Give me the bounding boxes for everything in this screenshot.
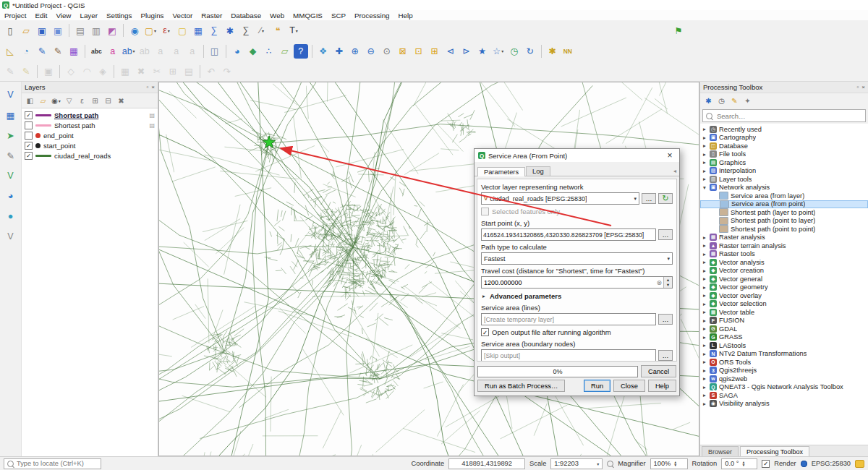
save-project-as-icon[interactable]: ▣ (51, 23, 65, 38)
toolbox-tree-item-raster-tools[interactable]: ▸▦Raster tools (700, 250, 868, 259)
label-single-icon[interactable]: a (106, 44, 120, 59)
panel-float-icon[interactable]: ▫ (146, 84, 148, 90)
menu-mmqgis[interactable]: MMQGIS (289, 10, 327, 20)
chip-plugin-icon[interactable]: ▦ (67, 44, 81, 59)
toolbox-tree-item-gdal[interactable]: ▸GGDAL (700, 325, 868, 333)
scale-combo[interactable]: 1:92203 ▾ (550, 458, 603, 469)
database-manager-icon[interactable]: ◫ (208, 44, 222, 59)
menu-database[interactable]: Database (226, 10, 265, 20)
run-button[interactable]: Run (584, 380, 610, 392)
advanced-digitizing-icon[interactable]: ◺ (3, 44, 17, 59)
open-layer-styling-icon[interactable]: ◧ (24, 95, 36, 107)
edit-features-in-place-icon[interactable]: ✎ (728, 95, 741, 107)
options-icon[interactable]: ✦ (741, 95, 754, 107)
statistical-summary-icon[interactable]: ∑ (207, 23, 221, 38)
toolbox-tree-item-vector-analysis[interactable]: ▸◆Vector analysis (700, 258, 868, 267)
toolbox-tree-item-qgis2threejs[interactable]: ▸3Qgis2threejs (700, 367, 868, 375)
tree-expand-icon[interactable]: ▸ (702, 301, 707, 307)
add-group-icon[interactable]: ▱ (37, 95, 49, 107)
vector-diamond-icon[interactable]: ◆ (246, 44, 260, 59)
toolbox-tree-item-database[interactable]: ▸◫Database (700, 142, 868, 150)
tree-expand-icon[interactable]: ▸ (702, 317, 707, 324)
spin-buttons[interactable]: ▲▼ (663, 277, 672, 288)
menu-edit[interactable]: Edit (31, 10, 52, 20)
tree-expand-icon[interactable]: ▸ (702, 351, 707, 357)
toolbox-tree-item-ors-tools[interactable]: ▸OORS Tools (700, 358, 868, 367)
toolbox-tree-item-file-tools[interactable]: ▸▯File tools (700, 150, 868, 159)
rotation-spin[interactable]: 0.0 ° ▲▼ (721, 458, 757, 469)
spin-buttons[interactable]: ▲▼ (673, 461, 677, 466)
menu-help[interactable]: Help (394, 10, 417, 20)
tree-expand-icon[interactable]: ▸ (702, 375, 707, 382)
measure-line-icon[interactable]: ∕▾ (255, 23, 269, 38)
tree-expand-icon[interactable]: ▸ (702, 176, 707, 182)
osm-place-search-icon[interactable]: ⚑ (671, 23, 686, 38)
zoom-in-icon[interactable]: ⊕ (348, 44, 362, 59)
web-plugin-icon[interactable]: ◕ (230, 44, 244, 59)
toolbox-tree-item-lastools[interactable]: ▸LLAStools (700, 341, 868, 350)
tree-expand-icon[interactable]: ▸ (702, 401, 707, 407)
layer-item-start-point[interactable]: ✓start_point (22, 140, 158, 150)
expand-all-icon[interactable]: ⊞ (89, 95, 101, 107)
toolbox-tree-item-service-area-from-layer-[interactable]: Service area (from layer) (700, 192, 868, 200)
toolbox-tree-item-service-area-from-point-[interactable]: Service area (from point) (700, 200, 868, 209)
tree-expand-icon[interactable]: ▸ (702, 359, 707, 365)
start-point-browse-button[interactable]: … (658, 229, 673, 240)
menu-project[interactable]: Project (0, 10, 31, 20)
temporal-controller-icon[interactable]: ◷ (507, 44, 522, 59)
tree-expand-icon[interactable]: ▸ (702, 126, 707, 132)
epsg-label[interactable]: EPSG:25830 (812, 460, 851, 467)
show-bookmarks-icon[interactable]: ☆▾ (491, 44, 506, 59)
layer-visibility-checkbox[interactable]: ✓ (25, 111, 33, 119)
log-messages-icon[interactable] (855, 460, 864, 468)
advanced-parameters-toggle[interactable]: ▸ Advanced parameters (481, 292, 673, 300)
tree-expand-icon[interactable]: ▸ (702, 392, 707, 398)
menu-layer[interactable]: Layer (75, 10, 102, 20)
save-project-icon[interactable]: ▣ (35, 23, 49, 38)
toolbox-tree-item-shortest-path-point-to-point-[interactable]: Shortest path (point to point) (700, 225, 868, 234)
history-icon[interactable]: ◷ (715, 95, 728, 107)
processing-toolbox-icon[interactable]: ✱ (223, 23, 237, 38)
tree-expand-icon[interactable]: ▸ (702, 134, 707, 141)
dock-tab-browser[interactable]: Browser (702, 446, 739, 456)
run-as-batch-button[interactable]: Run as Batch Process… (477, 380, 565, 392)
render-checkbox[interactable] (762, 460, 770, 468)
help-contents-icon[interactable]: ? (294, 44, 308, 59)
toolbox-tree-item-layer-tools[interactable]: ▸▥Layer tools (700, 175, 868, 184)
map-tips-icon[interactable]: ❝ (271, 23, 285, 38)
web-globe-icon[interactable]: ● (4, 209, 18, 223)
tree-expand-icon[interactable]: ▸ (702, 251, 707, 257)
collapse-all-icon[interactable]: ⊟ (102, 95, 114, 107)
layer-visibility-checkbox[interactable] (25, 132, 33, 140)
toolbox-tree-item-vector-selection[interactable]: ▸◆Vector selection (700, 300, 868, 309)
toolbox-tree-item-vector-creation[interactable]: ▸◆Vector creation (700, 267, 868, 275)
dock-tab-processing-toolbox[interactable]: Processing Toolbox (740, 446, 809, 456)
toolbox-tree-item-shortest-path-point-to-layer-[interactable]: Shortest path (point to layer) (700, 217, 868, 226)
panel-float-icon[interactable]: ▫ (856, 84, 859, 90)
toolbox-tree-item-network-analysis[interactable]: ▾▣Network analysis (700, 184, 868, 192)
nn-join-icon[interactable]: NN (561, 44, 574, 59)
layer-visibility-checkbox[interactable]: ✓ (25, 142, 33, 150)
dialog-title-bar[interactable]: Q Service Area (From Point) × (475, 149, 679, 162)
new-project-icon[interactable]: ▯ (3, 23, 17, 38)
toolbox-tree-item-raster-terrain-analysis[interactable]: ▸▲Raster terrain analysis (700, 242, 868, 250)
open-attribute-table-icon[interactable]: ▦ (191, 23, 205, 38)
coordinate-box[interactable]: 418891,4319892 (448, 458, 525, 469)
help-button[interactable]: Help (648, 380, 676, 392)
tree-expand-icon[interactable]: ▸ (702, 292, 707, 299)
toolbox-tree-item-interpolation[interactable]: ▸▨Interpolation (700, 167, 868, 176)
models-icon[interactable]: ✱ (702, 95, 715, 107)
style-manager-icon[interactable]: ◩ (105, 23, 119, 38)
sum-line-lengths-icon[interactable]: ∑ (239, 23, 253, 38)
layer-visibility-checkbox[interactable]: ✓ (25, 152, 33, 160)
new-bookmark-icon[interactable]: ★ (475, 44, 490, 59)
dialog-close-button[interactable]: × (664, 150, 676, 161)
tree-expand-icon[interactable]: ▸ (702, 309, 707, 315)
layer-item-shortest-path[interactable]: Shortest path▤ (22, 120, 158, 130)
layer-visibility-checkbox[interactable] (25, 121, 33, 129)
vertex-editor-icon[interactable]: ✎ (35, 44, 49, 59)
manage-map-themes-icon[interactable]: ◉▾ (50, 95, 62, 107)
metasearch-globe-icon[interactable]: ◕ (4, 189, 18, 203)
tab-log[interactable]: Log (526, 166, 550, 176)
panel-close-icon[interactable]: × (861, 84, 865, 90)
